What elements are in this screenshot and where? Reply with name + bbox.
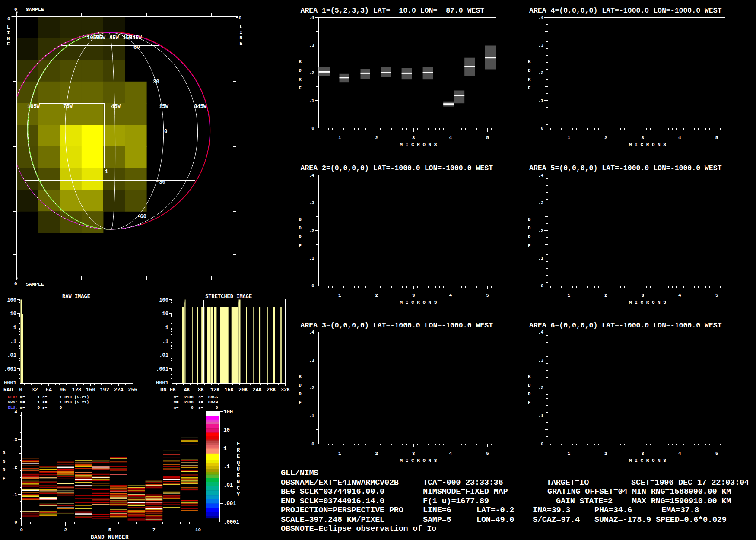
- svg-text:.1: .1: [538, 413, 543, 419]
- svg-text:SCALE=397.248 KM/PIXEL: SCALE=397.248 KM/PIXEL: [281, 515, 384, 524]
- svg-text:F: F: [528, 243, 530, 248]
- svg-text:345W: 345W: [129, 35, 142, 41]
- svg-text:.1: .1: [538, 98, 543, 103]
- svg-text:160: 160: [86, 387, 95, 393]
- svg-text:AREA 6=(0,0,0,0) LAT=-1000.0 L: AREA 6=(0,0,0,0) LAT=-1000.0 LON=-1000.0…: [529, 321, 722, 330]
- svg-text:16K: 16K: [224, 387, 234, 393]
- svg-text:2: 2: [375, 451, 378, 456]
- svg-text:.1: .1: [10, 339, 16, 345]
- svg-text:AREA 4=(0,0,0,0) LAT=-1000.0 L: AREA 4=(0,0,0,0) LAT=-1000.0 LON=-1000.0…: [529, 6, 722, 15]
- svg-text:C: C: [237, 486, 240, 492]
- svg-text:100: 100: [7, 297, 16, 303]
- svg-text:.001: .001: [4, 366, 16, 372]
- svg-text:BEG SCLK=03744916.00.0: BEG SCLK=03744916.00.0: [281, 487, 384, 496]
- svg-text:B: B: [299, 217, 302, 222]
- svg-text:D: D: [299, 383, 302, 388]
- svg-text:32: 32: [32, 387, 38, 393]
- svg-text:GLL/NIMS: GLL/NIMS: [281, 469, 318, 478]
- svg-text:EMA=37.8: EMA=37.8: [661, 506, 699, 515]
- svg-text:B: B: [528, 374, 531, 379]
- svg-text:.4: .4: [309, 330, 314, 335]
- svg-text:2: 2: [604, 451, 607, 456]
- svg-text:3: 3: [412, 135, 415, 140]
- svg-text:1: 1: [338, 451, 341, 456]
- svg-text:TCA=-000 23:33:36: TCA=-000 23:33:36: [423, 478, 503, 487]
- svg-text:AREA 3=(0,0,0,0) LAT=-1000.0 L: AREA 3=(0,0,0,0) LAT=-1000.0 LON=-1000.0…: [301, 321, 493, 330]
- svg-text:B: B: [299, 374, 302, 379]
- svg-text:105W: 105W: [27, 104, 40, 110]
- svg-text:AREA 2=(0,0,0,0) LAT=-1000.0 L: AREA 2=(0,0,0,0) LAT=-1000.0 LON=-1000.0…: [301, 164, 493, 172]
- svg-text:.4: .4: [12, 410, 17, 415]
- svg-text:0K: 0K: [170, 387, 176, 393]
- svg-text:N: N: [240, 35, 243, 41]
- svg-text:75W: 75W: [63, 104, 73, 110]
- svg-text:D: D: [3, 459, 5, 464]
- svg-text:NIMSMODE=FIXED MAP: NIMSMODE=FIXED MAP: [423, 487, 508, 496]
- svg-text:U: U: [237, 467, 240, 473]
- svg-text:4: 4: [449, 135, 452, 140]
- svg-text:BLU: m= 0 s= 0: BLU: m= 0 s= 0: [8, 405, 62, 410]
- svg-text:30: 30: [153, 79, 159, 85]
- svg-text:.3: .3: [309, 43, 314, 48]
- svg-text:D: D: [299, 68, 302, 73]
- svg-text:.2: .2: [538, 385, 543, 391]
- svg-text:M I C R O N S: M I C R O N S: [400, 458, 437, 463]
- svg-text:1: 1: [105, 169, 108, 175]
- svg-text:45W: 45W: [109, 35, 119, 41]
- svg-text:.2: .2: [309, 70, 314, 76]
- svg-text:1: 1: [567, 135, 570, 140]
- svg-text:3: 3: [412, 293, 415, 298]
- svg-text:192: 192: [100, 387, 109, 393]
- svg-text:OBSNAME/EXT=E4INWARMCV02B: OBSNAME/EXT=E4INWARMCV02B: [281, 478, 399, 487]
- svg-text:0: 0: [311, 442, 314, 447]
- svg-text:100: 100: [223, 409, 233, 415]
- svg-text:0: 0: [311, 126, 314, 131]
- svg-text:.2: .2: [538, 70, 543, 76]
- svg-text:M I C R O N S: M I C R O N S: [629, 300, 666, 305]
- svg-text:F: F: [299, 86, 302, 91]
- svg-text:10: 10: [10, 311, 16, 317]
- svg-text:D: D: [528, 68, 530, 73]
- svg-text:1: 1: [567, 293, 570, 298]
- svg-text:0: 0: [14, 520, 17, 525]
- svg-text:.4: .4: [309, 15, 314, 20]
- svg-text:4: 4: [449, 293, 452, 298]
- svg-text:12K: 12K: [210, 387, 220, 393]
- svg-text:.2: .2: [538, 228, 543, 233]
- svg-text:.4: .4: [538, 330, 543, 335]
- svg-text:28K: 28K: [267, 387, 276, 393]
- svg-text:5: 5: [715, 451, 718, 456]
- svg-text:I: I: [7, 30, 10, 35]
- svg-text:24K: 24K: [253, 387, 262, 393]
- svg-text:R: R: [3, 467, 6, 473]
- svg-text:.1: .1: [309, 98, 314, 103]
- svg-text:64: 64: [46, 387, 52, 393]
- svg-text:.3: .3: [309, 200, 314, 206]
- svg-text:32K: 32K: [281, 387, 290, 393]
- svg-text:0: 0: [541, 126, 543, 131]
- svg-text:m= 0 s= 0: m= 0 s= 0: [174, 405, 218, 410]
- svg-text:256: 256: [128, 387, 137, 393]
- svg-text:DN: DN: [160, 387, 166, 393]
- svg-text:RED: m= 1 s= 1 B10 (5.: RED: m= 1 s= 1 B10 (5.21): [8, 395, 89, 400]
- svg-text:INA=39.3: INA=39.3: [533, 506, 570, 515]
- svg-text:R: R: [528, 77, 531, 82]
- svg-text:N: N: [7, 36, 10, 41]
- svg-text:m= 6100 s= 8849: m= 6100 s= 8849: [174, 400, 218, 405]
- svg-text:15W: 15W: [159, 104, 168, 110]
- svg-text:.3: .3: [538, 358, 543, 363]
- svg-text:E: E: [7, 41, 10, 47]
- svg-text:.001: .001: [223, 500, 236, 507]
- svg-text:R: R: [299, 391, 302, 397]
- svg-text:M I C R O N S: M I C R O N S: [629, 458, 666, 463]
- svg-text:0: 0: [14, 7, 17, 12]
- svg-text:0: 0: [164, 129, 167, 135]
- svg-text:R: R: [299, 235, 302, 240]
- svg-text:.2: .2: [12, 465, 17, 470]
- svg-text:OBSNOTE=Eclipse observation of: OBSNOTE=Eclipse observation of Io: [281, 524, 436, 534]
- svg-text:L: L: [7, 25, 10, 30]
- svg-text:.1: .1: [12, 492, 17, 497]
- svg-text:3: 3: [412, 451, 415, 456]
- svg-text:.1: .1: [309, 256, 314, 261]
- svg-text:75W: 75W: [96, 35, 105, 41]
